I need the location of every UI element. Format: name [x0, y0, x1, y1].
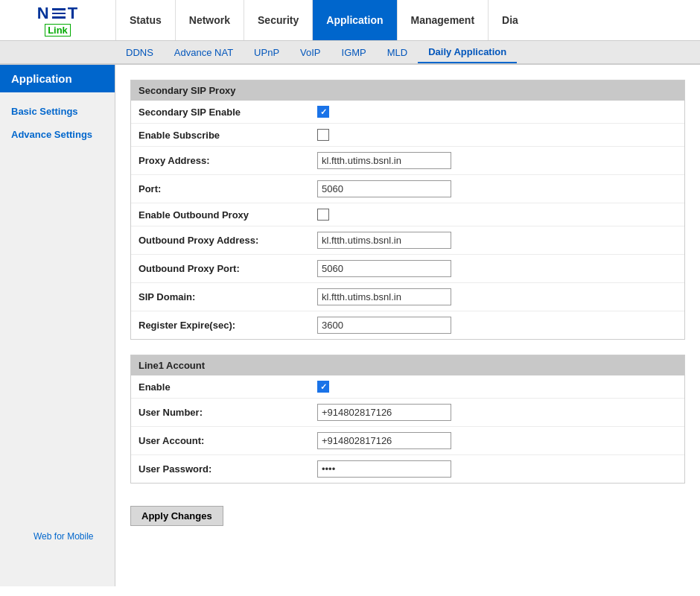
label-enable-outbound-proxy: Enable Outbound Proxy — [139, 209, 317, 221]
label-proxy-address: Proxy Address: — [139, 155, 317, 166]
subnav-igmp[interactable]: IGMP — [331, 41, 377, 63]
tab-network[interactable]: Network — [175, 0, 244, 40]
logo-lines — [52, 8, 66, 19]
value-user-account — [317, 432, 677, 449]
tab-status[interactable]: Status — [115, 0, 175, 40]
row-user-number: User Number: — [131, 399, 684, 427]
sidebar-item-advance-settings[interactable]: Advance Settings — [0, 123, 115, 146]
value-line1-enable — [317, 381, 677, 393]
label-user-number: User Number: — [139, 407, 317, 418]
value-proxy-address — [317, 152, 677, 169]
value-secondary-sip-enable — [317, 106, 677, 118]
label-outbound-proxy-port: Outbound Proxy Port: — [139, 263, 317, 274]
top-header: N T Link Status Network Security Applica… — [0, 0, 700, 41]
input-user-account[interactable] — [317, 432, 451, 449]
checkbox-secondary-sip-enable[interactable] — [317, 106, 329, 118]
row-enable-outbound-proxy: Enable Outbound Proxy — [131, 203, 684, 226]
value-outbound-proxy-address — [317, 232, 677, 249]
line1-account-header: Line1 Account — [131, 355, 684, 375]
content-wrapper: Application Basic Settings Advance Setti… — [0, 65, 700, 586]
label-user-password: User Password: — [139, 463, 317, 475]
row-proxy-address: Proxy Address: — [131, 147, 684, 175]
value-outbound-proxy-port — [317, 260, 677, 277]
label-secondary-sip-enable: Secondary SIP Enable — [139, 107, 317, 118]
row-outbound-proxy-port: Outbound Proxy Port: — [131, 255, 684, 283]
row-user-account: User Account: — [131, 427, 684, 455]
input-outbound-proxy-port[interactable] — [317, 260, 451, 277]
row-line1-enable: Enable — [131, 375, 684, 399]
label-register-expire: Register Expire(sec): — [139, 320, 317, 331]
value-enable-subscribe — [317, 129, 677, 141]
subnav-upnp[interactable]: UPnP — [244, 41, 290, 63]
sidebar-item-basic-settings[interactable]: Basic Settings — [0, 100, 115, 123]
subnav-voip[interactable]: VoIP — [290, 41, 331, 63]
nav-tabs: Status Network Security Application Mana… — [115, 0, 700, 40]
input-sip-domain[interactable] — [317, 288, 451, 305]
input-proxy-address[interactable] — [317, 152, 451, 169]
input-user-number[interactable] — [317, 404, 451, 421]
subnav-daily-application[interactable]: Daily Application — [418, 41, 517, 63]
secondary-sip-proxy-section: Secondary SIP Proxy Secondary SIP Enable… — [130, 80, 685, 340]
tab-application[interactable]: Application — [312, 0, 396, 40]
checkbox-enable-subscribe[interactable] — [317, 129, 329, 141]
sub-nav: DDNS Advance NAT UPnP VoIP IGMP MLD Dail… — [0, 41, 700, 65]
value-register-expire — [317, 317, 677, 334]
logo-area: N T Link — [0, 0, 115, 40]
main-content: Secondary SIP Proxy Secondary SIP Enable… — [115, 65, 700, 586]
row-outbound-proxy-address: Outbound Proxy Address: — [131, 226, 684, 255]
value-user-password — [317, 460, 677, 478]
tab-security[interactable]: Security — [244, 0, 312, 40]
label-sip-domain: SIP Domain: — [139, 291, 317, 302]
input-outbound-proxy-address[interactable] — [317, 232, 451, 249]
label-port: Port: — [139, 183, 317, 194]
checkbox-enable-outbound-proxy[interactable] — [317, 209, 329, 221]
sidebar: Application Basic Settings Advance Setti… — [0, 65, 115, 586]
page-title: Application — [0, 65, 115, 92]
label-outbound-proxy-address: Outbound Proxy Address: — [139, 235, 317, 246]
tab-management[interactable]: Management — [397, 0, 489, 40]
web-mobile-link[interactable]: Web for Mobile — [22, 524, 104, 549]
value-enable-outbound-proxy — [317, 209, 677, 221]
line1-account-section: Line1 Account Enable User Number: User A… — [130, 355, 685, 484]
label-line1-enable: Enable — [139, 381, 317, 393]
value-sip-domain — [317, 288, 677, 305]
checkbox-line1-enable[interactable] — [317, 381, 329, 393]
input-port[interactable] — [317, 180, 451, 197]
value-user-number — [317, 404, 677, 421]
row-register-expire: Register Expire(sec): — [131, 311, 684, 339]
tab-dia[interactable]: Dia — [488, 0, 532, 40]
row-sip-domain: SIP Domain: — [131, 283, 684, 311]
row-user-password: User Password: — [131, 455, 684, 483]
value-port — [317, 180, 677, 197]
label-enable-subscribe: Enable Subscribe — [139, 130, 317, 141]
logo-link-text: Link — [45, 24, 71, 37]
input-user-password[interactable] — [317, 460, 451, 478]
subnav-advance-nat[interactable]: Advance NAT — [164, 41, 244, 63]
input-register-expire[interactable] — [317, 317, 451, 334]
row-secondary-sip-enable: Secondary SIP Enable — [131, 101, 684, 124]
apply-changes-button[interactable]: Apply Changes — [130, 506, 223, 526]
label-user-account: User Account: — [139, 435, 317, 446]
subnav-mld[interactable]: MLD — [377, 41, 418, 63]
subnav-ddns[interactable]: DDNS — [115, 41, 164, 63]
row-enable-subscribe: Enable Subscribe — [131, 124, 684, 147]
row-port: Port: — [131, 175, 684, 203]
logo: N T — [37, 4, 78, 23]
secondary-sip-proxy-header: Secondary SIP Proxy — [131, 80, 684, 101]
